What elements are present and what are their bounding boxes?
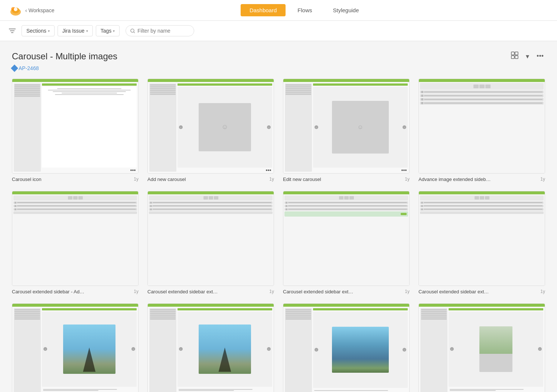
app-header: ‹ Workspace Dashboard Flows Styleguide <box>0 0 557 21</box>
svg-line-8 <box>134 32 135 33</box>
screenshot-thumb <box>12 79 139 174</box>
svg-point-3 <box>14 7 17 11</box>
main-content: Carousel - Multiple images ▾ ••• AP-2468 <box>0 41 557 392</box>
svg-rect-11 <box>511 56 514 59</box>
main-nav: Dashboard Flows Styleguide <box>60 4 548 16</box>
svg-rect-12 <box>515 56 518 59</box>
screenshot-label: Carousel extended sidebar - Ad… <box>12 289 84 294</box>
jira-chevron-icon: ▾ <box>86 29 88 33</box>
tab-styleguide[interactable]: Styleguide <box>324 4 368 16</box>
section-header: Carousel - Multiple images ▾ ••• <box>12 50 545 62</box>
grid-view-icon <box>511 52 518 59</box>
svg-point-7 <box>131 29 134 32</box>
screenshot-item[interactable]: Carousel icon 1y <box>12 79 139 182</box>
screenshot-item[interactable]: ‹ › <box>12 303 139 392</box>
toolbar: Sections ▾ Jira Issue ▾ Tags ▾ <box>0 21 557 41</box>
sections-dropdown[interactable]: Sections ▾ <box>22 25 55 36</box>
screenshot-age: 1y <box>134 177 139 182</box>
tab-flows[interactable]: Flows <box>289 4 321 16</box>
screenshot-item[interactable]: ‹ › <box>418 303 545 392</box>
screenshot-thumb: ‹ › <box>418 303 545 392</box>
search-input[interactable] <box>137 28 189 34</box>
screenshot-thumb: ‹ ☺ › <box>147 79 274 174</box>
screenshot-thumb: ‹ ☺ › <box>283 79 410 174</box>
jira-diamond-icon <box>11 65 18 72</box>
screenshot-label-row: Add new carousel 1y <box>147 177 274 182</box>
jira-id-label: AP-2468 <box>19 65 39 71</box>
screenshot-item[interactable]: Carousel extended sidebar ext… 1y <box>147 191 274 294</box>
screenshot-label-row: Advance image extended sideb… 1y <box>418 177 545 182</box>
screenshot-thumb <box>283 191 410 286</box>
sections-chevron-icon: ▾ <box>48 29 50 33</box>
screenshot-label-row: Carousel extended sidebar ext… 1y <box>283 289 410 294</box>
tags-label: Tags <box>101 28 112 34</box>
section-actions: ▾ ••• <box>509 50 545 62</box>
more-options-button[interactable]: ••• <box>535 51 545 62</box>
search-box[interactable] <box>126 25 194 36</box>
screenshot-label: Edit new carousel <box>283 177 321 182</box>
screenshot-thumb <box>418 191 545 286</box>
screenshot-label: Carousel icon <box>12 177 42 182</box>
jira-label: Jira Issue <box>62 28 85 34</box>
screenshot-item[interactable]: ‹ › <box>147 303 274 392</box>
app-logo-icon <box>9 4 22 17</box>
tab-dashboard[interactable]: Dashboard <box>241 4 286 16</box>
screenshot-age: 1y <box>269 177 274 182</box>
screenshot-label-row: Carousel extended sidebar - Ad… 1y <box>12 289 139 294</box>
screenshot-thumb <box>418 79 545 174</box>
screenshot-label-row: Carousel icon 1y <box>12 177 139 182</box>
screenshot-label: Advance image extended sideb… <box>418 177 491 182</box>
screenshot-item[interactable]: ‹ › Carousel - edi <box>283 303 410 392</box>
screenshots-grid: Carousel icon 1y <box>12 79 545 392</box>
screenshot-label: Carousel extended sidebar ext… <box>418 289 489 294</box>
screenshot-age: 1y <box>405 177 410 182</box>
screenshot-item[interactable]: Carousel extended sidebar ext… 1y <box>283 191 410 294</box>
screenshot-age: 1y <box>269 289 274 294</box>
screenshot-item[interactable]: ‹ ☺ › Add new carousel 1y <box>147 79 274 182</box>
screenshot-thumb: ‹ › <box>283 303 410 392</box>
back-button[interactable]: ‹ Workspace <box>25 7 54 13</box>
screenshot-thumb <box>147 191 274 286</box>
section-title: Carousel - Multiple images <box>12 51 117 62</box>
filter-icon-svg <box>9 28 16 33</box>
screenshot-label: Carousel extended sidebar ext… <box>147 289 218 294</box>
svg-rect-9 <box>511 52 514 55</box>
screenshot-thumb: ‹ › <box>147 303 274 392</box>
screenshot-item[interactable]: Carousel extended sidebar - Ad… 1y <box>12 191 139 294</box>
screenshot-label-row: Carousel extended sidebar ext… 1y <box>418 289 545 294</box>
screenshot-age: 1y <box>134 289 139 294</box>
screenshot-age: 1y <box>405 289 410 294</box>
tags-chevron-icon: ▾ <box>113 29 115 33</box>
screenshot-label: Carousel extended sidebar ext… <box>283 289 353 294</box>
logo-area[interactable]: ‹ Workspace <box>9 4 54 17</box>
workspace-label: Workspace <box>29 7 55 13</box>
screenshot-item[interactable]: Advance image extended sideb… 1y <box>418 79 545 182</box>
jira-dropdown[interactable]: Jira Issue ▾ <box>58 25 93 36</box>
screenshot-thumb: ‹ › <box>12 303 139 392</box>
search-icon <box>130 29 135 33</box>
screenshot-thumb <box>12 191 139 286</box>
screenshot-item[interactable]: Carousel extended sidebar ext… 1y <box>418 191 545 294</box>
grid-view-button[interactable] <box>509 50 520 62</box>
tags-dropdown[interactable]: Tags ▾ <box>96 25 120 36</box>
svg-rect-10 <box>515 52 518 55</box>
filter-lines-icon[interactable] <box>9 28 16 33</box>
collapse-button[interactable]: ▾ <box>524 51 531 62</box>
screenshot-item[interactable]: ‹ ☺ › Edit new carousel 1y <box>283 79 410 182</box>
screenshot-age: 1y <box>540 177 545 182</box>
jira-badge[interactable]: AP-2468 <box>12 65 545 71</box>
screenshot-age: 1y <box>540 289 545 294</box>
screenshot-label: Add new carousel <box>147 177 186 182</box>
screenshot-label-row: Carousel extended sidebar ext… 1y <box>147 289 274 294</box>
sections-label: Sections <box>26 28 46 34</box>
back-chevron-icon: ‹ <box>25 7 27 13</box>
screenshot-label-row: Edit new carousel 1y <box>283 177 410 182</box>
